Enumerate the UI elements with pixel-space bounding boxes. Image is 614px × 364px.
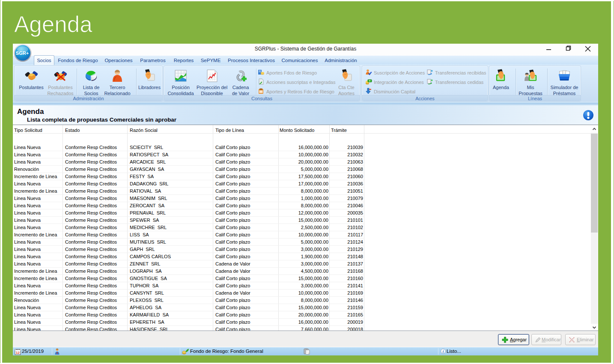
- svg-text:SGR+: SGR+: [16, 51, 29, 56]
- svg-text:12: 12: [16, 351, 20, 355]
